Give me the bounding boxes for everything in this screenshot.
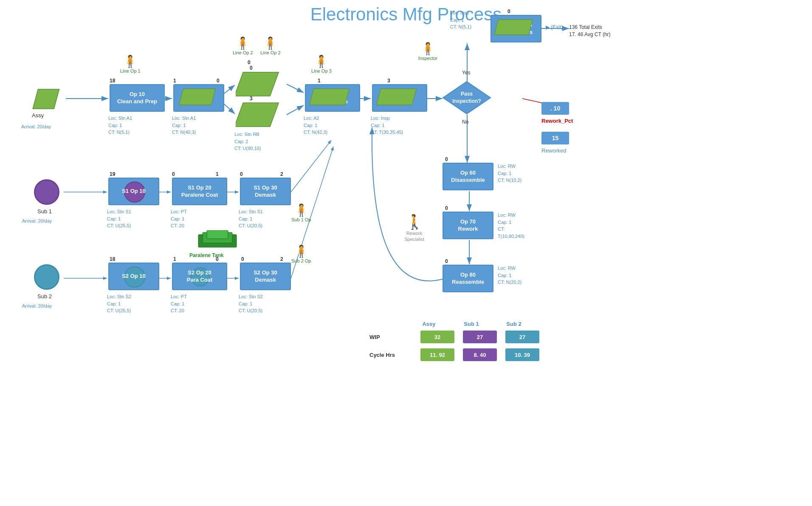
person-line-op1: 🧍 Line Op 1: [120, 54, 141, 73]
reworked-label: Reworked: [541, 147, 567, 155]
counter-op20b-right: 0: [217, 78, 220, 84]
assy-arrival: Arrival: 20/day: [21, 123, 51, 130]
op10-box[interactable]: Op 10Clean and Prep: [110, 84, 165, 112]
counter-op2: 0: [248, 59, 251, 65]
svg-text:Inspection?: Inspection?: [452, 98, 481, 104]
insp-top-info: Loc: InspCap: 1CT: N(5,1): [450, 9, 471, 31]
svg-marker-31: [443, 82, 491, 114]
svg-marker-28: [309, 89, 349, 105]
counter-s2op10: 18: [110, 256, 115, 262]
s1op30-info: Loc: Stn S1Cap: 1CT: U(20,5): [239, 208, 263, 229]
person-sub1-op: 🧍 Sub 1 Op: [291, 203, 311, 222]
cycle-hrs-assy: 11. 92: [420, 348, 454, 361]
s2op30-box[interactable]: S2 Op 30Demask: [240, 263, 291, 290]
counter-op60: 0: [445, 156, 448, 162]
wip-sub1: 27: [463, 331, 497, 343]
pass-inspection-diamond: Pass Inspection?: [443, 81, 491, 115]
op-dispatch-para: [493, 19, 538, 36]
op70-box[interactable]: Op 70Rework: [443, 212, 493, 239]
svg-marker-24: [33, 89, 59, 109]
person-rework-spec: 🚶 ReworkSpecialist: [404, 213, 424, 243]
counter-op70: 0: [445, 205, 448, 211]
wip-sub2: 27: [505, 331, 539, 343]
op10-info: Loc: Stn A1Cap: 1CT: N(5,1): [108, 115, 132, 136]
s2op10-info: Loc: Stn S2Cap: 1CT: U(25,5): [107, 293, 131, 314]
s2op30-info: Loc: Stn S2Cap: 1CT: U(20,5): [239, 293, 263, 314]
svg-line-5: [224, 104, 235, 114]
counter-op30-top: 0: [250, 65, 253, 71]
op60-box[interactable]: Op 60Disassemble: [443, 163, 493, 190]
counter-s2op30-r: 2: [280, 256, 283, 262]
svg-line-7: [287, 105, 304, 115]
assy-shape: [32, 88, 66, 110]
s2op10-box[interactable]: S2 Op 10: [108, 263, 159, 290]
op30-bot-para: [236, 102, 287, 127]
no-label: No: [462, 118, 468, 126]
counter-op80: 0: [445, 258, 448, 264]
svg-line-4: [224, 85, 235, 93]
counter-s1op20-r: 1: [216, 171, 219, 177]
svg-marker-25: [179, 89, 215, 105]
s1op20-info: Loc: PTCap: 1CT: 20: [171, 208, 187, 229]
cycle-hrs-sub1: 8. 40: [463, 348, 497, 361]
op60-info: Loc: RWCap: 1CT: N(10,2): [498, 163, 522, 184]
op20b-info: Loc: Stn A1Cap: 1CT: N(40,3): [172, 115, 196, 136]
counter-s1op30-r: 2: [280, 171, 283, 177]
svg-marker-29: [376, 89, 416, 105]
svg-rect-36: [207, 230, 228, 239]
avg-ct: 17. 46 Avg CT (hr): [569, 31, 611, 38]
counter-op30-bot: 3: [250, 96, 253, 102]
tbl-header-sub2: Sub 2: [497, 321, 531, 327]
sub2-arrival: Arrival: 20/day: [22, 302, 52, 310]
person-line-op2a: 🧍 Line Op 2: [233, 36, 253, 55]
svg-marker-30: [494, 20, 533, 35]
tbl-header-sub1: Sub 1: [454, 321, 488, 327]
sub1-shape: [34, 179, 59, 205]
counter-insp-test: 3: [387, 78, 390, 84]
counter-s1op10: 19: [110, 171, 115, 177]
exit-label: ▶ {Exit}: [546, 23, 563, 31]
counter-op40: 1: [318, 78, 321, 84]
insp-test-para: [375, 88, 423, 106]
sub2-shape: [34, 264, 59, 290]
op80-box[interactable]: Op 80Reassemble: [443, 265, 493, 292]
s2op20-box[interactable]: S2 Op 20Para Coat: [172, 263, 227, 290]
rework-pct-box: . 10: [541, 102, 569, 115]
person-inspector: 🧍 Inspector: [418, 42, 437, 61]
svg-line-18: [291, 140, 331, 192]
s1op10-info: Loc: Stn S1Cap: 1CT: U(25,5): [107, 208, 131, 229]
sub1-arrival: Arrival: 20/day: [22, 218, 52, 225]
process-arrows: [0, 0, 812, 506]
s2op20-info: Loc: PTCap: 1CT: 20: [171, 293, 187, 314]
metrics-table: Assy Sub 1 Sub 2 WIP 32 27 27 Cycle Hrs …: [369, 321, 539, 361]
op80-info: Loc: RWCap: 1CT: N(20,2): [498, 265, 522, 286]
op20b-para: [178, 88, 221, 106]
s1op30-box[interactable]: S1 Op 30Demask: [240, 178, 291, 205]
rework-pct-label: Rework_Pct: [541, 117, 573, 125]
counter-s1op20-l: 0: [172, 171, 175, 177]
op70-info: Loc: RWCap: 1CT:T(10,60,240): [498, 212, 524, 240]
sub2-label: Sub 2: [37, 292, 52, 301]
svg-line-6: [287, 84, 304, 93]
counter-op-dispatch: 0: [508, 8, 510, 14]
paralene-tank: [196, 230, 239, 249]
s1op10-box[interactable]: S1 Op 10: [108, 178, 159, 205]
paralene-tank-label: Paralene Tank: [189, 252, 223, 259]
counter-s1op30-l: 0: [240, 171, 243, 177]
tbl-header-assy: Assy: [412, 321, 446, 327]
insp-test-info: Loc: InspCap: 1CT: T(30,35,45): [371, 115, 403, 136]
counter-s2op30-l: 0: [241, 256, 244, 262]
op30-info: Loc: Stn RBCap: 2CT: U(90,10): [234, 131, 261, 152]
person-line-op2b: 🧍 Line Op 2: [260, 36, 281, 55]
svg-text:Pass: Pass: [461, 91, 473, 97]
yes-label: Yes: [462, 69, 471, 76]
svg-marker-26: [236, 72, 279, 96]
s1op20-box[interactable]: S1 Op 20Paralene Coat: [172, 178, 227, 205]
assy-label: Assy: [32, 111, 44, 120]
op30-top-para: [236, 71, 287, 97]
counter-s2op20-l: 1: [173, 256, 176, 262]
counter-op20b-left: 1: [173, 78, 176, 84]
op40-para: [308, 88, 355, 106]
op40-info: Loc: A2Cap: 1CT: N(42,3): [304, 115, 327, 136]
person-line-op3: 🧍 Line Op 3: [311, 54, 332, 73]
